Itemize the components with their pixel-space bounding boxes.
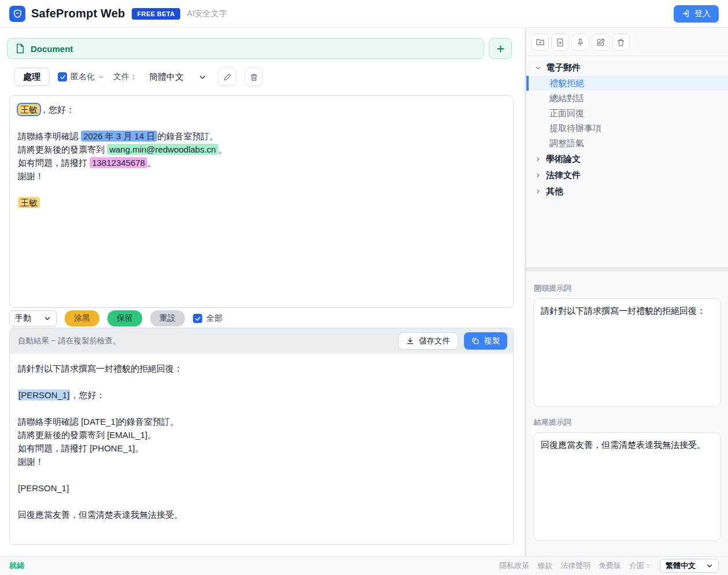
chevron-down-icon bbox=[44, 315, 51, 322]
tree-folder[interactable]: 其他 bbox=[526, 183, 728, 199]
document-line bbox=[18, 183, 505, 196]
login-label: 登入 bbox=[694, 9, 711, 19]
file-language-label: 文件： bbox=[113, 72, 138, 82]
text-segment: 。 bbox=[147, 158, 156, 168]
result-line bbox=[18, 375, 505, 388]
select-all-label: 全部 bbox=[206, 313, 222, 324]
text-segment: 如有問題，請撥打 [PHONE_1]。 bbox=[18, 443, 144, 453]
document-line: 請將更新後的發票寄到 wang.min@redwoodlabs.cn。 bbox=[18, 143, 505, 156]
chevron-down-icon bbox=[98, 74, 104, 80]
new-file-button[interactable] bbox=[551, 34, 569, 51]
checkmark-icon bbox=[193, 314, 202, 323]
document-content[interactable]: 王敏，您好： 請聯絡李明確認 2026 年 3 月 14 日的錄音室預訂。請將更… bbox=[9, 95, 514, 308]
tree-folder[interactable]: 法律文件 bbox=[526, 167, 728, 183]
pin-icon bbox=[576, 38, 585, 47]
new-folder-icon bbox=[536, 38, 545, 47]
result-line: 請將更新後的發票寄到 [EMAIL_1]。 bbox=[18, 428, 505, 442]
copy-button[interactable]: 複製 bbox=[464, 332, 507, 350]
tree-item[interactable]: 總結對話 bbox=[526, 91, 728, 106]
head-prompt-label: 開頭提示詞 bbox=[534, 283, 721, 294]
prompt-sidebar: 電子郵件禮貌拒絕總結對話正面回復提取待辦事項調整語氣學術論文法律文件其他 開頭提… bbox=[525, 28, 728, 556]
sidebar-toolbar bbox=[526, 28, 728, 56]
text-segment: ，您好： bbox=[40, 105, 75, 114]
status-link[interactable]: 隱私政策 bbox=[499, 561, 529, 571]
head-prompt-input[interactable]: 請針對以下請求撰寫一封禮貌的拒絕回復： bbox=[533, 298, 721, 407]
email-highlight[interactable]: wang.min@redwoodlabs.cn bbox=[107, 144, 218, 155]
add-document-button[interactable] bbox=[489, 38, 512, 59]
interface-language-select[interactable]: 繁體中文 bbox=[660, 559, 719, 573]
save-file-button[interactable]: 儲存文件 bbox=[398, 332, 458, 350]
tree-item[interactable]: 禮貌拒絕 bbox=[526, 76, 728, 91]
delete-document-button[interactable] bbox=[244, 68, 263, 86]
annotation-controls: 手動 涂黑 保留 重設 全部 bbox=[9, 310, 525, 327]
status-link[interactable]: 條款 bbox=[537, 561, 552, 571]
app-title: SafePrompt Web bbox=[31, 7, 125, 20]
workspace-panel: Document 處理 匿名化 文件： 簡體中文 bbox=[0, 28, 525, 556]
result-line: 謝謝！ bbox=[18, 455, 505, 468]
sel-highlight[interactable]: [PERSON_1] bbox=[18, 389, 70, 400]
tail-prompt-input[interactable]: 回復應當友善，但需清楚表達我無法接受。 bbox=[533, 432, 721, 541]
tree-folder-label: 其他 bbox=[546, 186, 563, 197]
copy-label: 複製 bbox=[484, 336, 500, 346]
text-segment: 的錄音室預訂。 bbox=[157, 131, 218, 141]
prompt-editors: 開頭提示詞 請針對以下請求撰寫一封禮貌的拒絕回復： 結尾提示詞 回復應當友善，但… bbox=[526, 272, 728, 548]
document-tab[interactable]: Document bbox=[7, 38, 484, 59]
reset-button[interactable]: 重設 bbox=[150, 310, 185, 327]
person-highlight[interactable]: 王敏 bbox=[18, 197, 40, 208]
edit-prompt-button[interactable] bbox=[592, 34, 610, 51]
document-line: 如有問題，請撥打 13812345678。 bbox=[18, 156, 505, 169]
result-line: 回復應當友善，但需清楚表達我無法接受。 bbox=[18, 508, 505, 521]
document-icon bbox=[16, 43, 25, 54]
chevron-right-icon bbox=[535, 172, 541, 179]
shield-logo-icon bbox=[9, 6, 25, 22]
trash-icon bbox=[250, 73, 258, 81]
tree-folder[interactable]: 電子郵件 bbox=[526, 60, 728, 76]
document-line: 請聯絡李明確認 2026 年 3 月 14 日的錄音室預訂。 bbox=[18, 129, 505, 143]
text-segment: [PERSON_1] bbox=[18, 483, 69, 493]
chevron-down-icon bbox=[706, 562, 713, 569]
result-content[interactable]: 請針對以下請求撰寫一封禮貌的拒絕回復： [PERSON_1]，您好： 請聯絡李明… bbox=[10, 354, 513, 544]
date-highlight[interactable]: 2026 年 3 月 14 日 bbox=[81, 131, 157, 142]
process-button[interactable]: 處理 bbox=[14, 68, 50, 86]
tree-item[interactable]: 提取待辦事項 bbox=[526, 121, 728, 136]
document-line bbox=[18, 116, 505, 129]
interface-language-value: 繁體中文 bbox=[666, 561, 696, 571]
tree-folder[interactable]: 學術論文 bbox=[526, 151, 728, 167]
chevron-right-icon bbox=[535, 188, 541, 195]
phone-highlight[interactable]: 13812345678 bbox=[90, 157, 147, 168]
keep-button[interactable]: 保留 bbox=[107, 310, 142, 327]
redact-button[interactable]: 涂黑 bbox=[65, 310, 99, 327]
document-language-select[interactable]: 簡體中文 bbox=[146, 69, 210, 85]
anonymize-checkbox[interactable]: 匿名化 bbox=[58, 72, 104, 82]
delete-prompt-button[interactable] bbox=[612, 34, 630, 51]
result-line bbox=[18, 495, 505, 508]
chevron-right-icon bbox=[535, 156, 541, 162]
person-active-highlight[interactable]: 王敏 bbox=[18, 104, 40, 115]
mode-value: 手動 bbox=[15, 313, 31, 324]
status-text: 就緒 bbox=[9, 561, 24, 571]
select-all-checkbox[interactable]: 全部 bbox=[193, 313, 222, 324]
tree-folder-label: 法律文件 bbox=[546, 170, 581, 181]
text-segment: 回復應當友善，但需清楚表達我無法接受。 bbox=[18, 510, 183, 520]
tree-item[interactable]: 調整語氣 bbox=[526, 136, 728, 151]
login-button[interactable]: 登入 bbox=[674, 5, 719, 23]
status-link[interactable]: 免費版 bbox=[599, 561, 621, 571]
document-line: 王敏，您好： bbox=[18, 103, 505, 116]
panel-splitter[interactable] bbox=[526, 267, 728, 272]
mode-select[interactable]: 手動 bbox=[9, 310, 57, 327]
edit-document-button[interactable] bbox=[218, 68, 236, 86]
tree-item[interactable]: 正面回復 bbox=[526, 106, 728, 121]
chevron-down-icon bbox=[535, 65, 541, 71]
text-segment: 謝謝！ bbox=[18, 171, 44, 181]
result-line: 如有問題，請撥打 [PHONE_1]。 bbox=[18, 442, 505, 455]
result-line: 請聯絡李明確認 [DATE_1]的錄音室預訂。 bbox=[18, 415, 505, 428]
pin-button[interactable] bbox=[571, 34, 589, 51]
download-icon bbox=[406, 337, 414, 345]
checkmark-icon bbox=[58, 72, 67, 81]
new-file-icon bbox=[556, 38, 564, 47]
text-segment: 謝謝！ bbox=[18, 457, 44, 466]
new-folder-button[interactable] bbox=[531, 34, 549, 51]
status-link[interactable]: 法律聲明 bbox=[560, 561, 590, 571]
document-toolbar: 處理 匿名化 文件： 簡體中文 bbox=[14, 68, 525, 86]
tree-folder-label: 電子郵件 bbox=[546, 62, 581, 73]
